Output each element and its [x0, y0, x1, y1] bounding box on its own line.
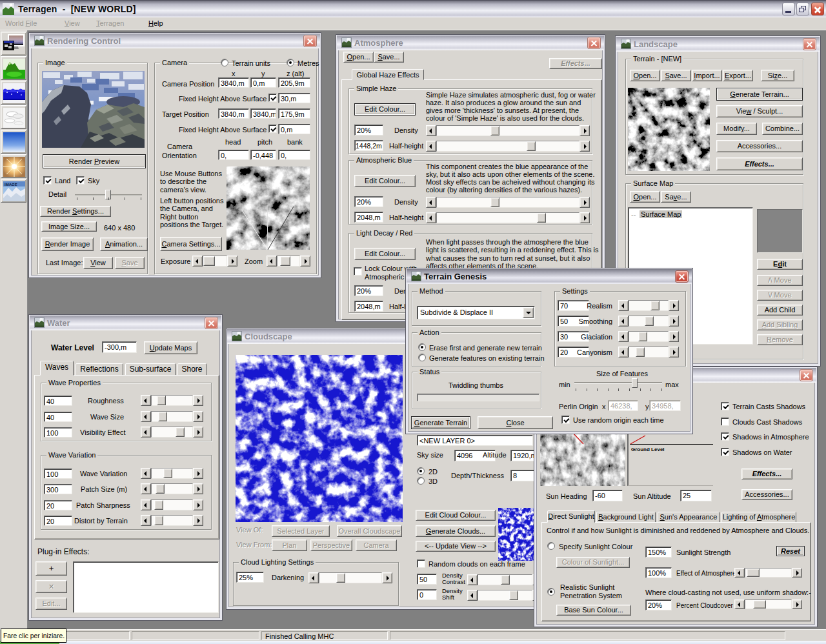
- svg-text:IMAGE: IMAGE: [5, 183, 17, 186]
